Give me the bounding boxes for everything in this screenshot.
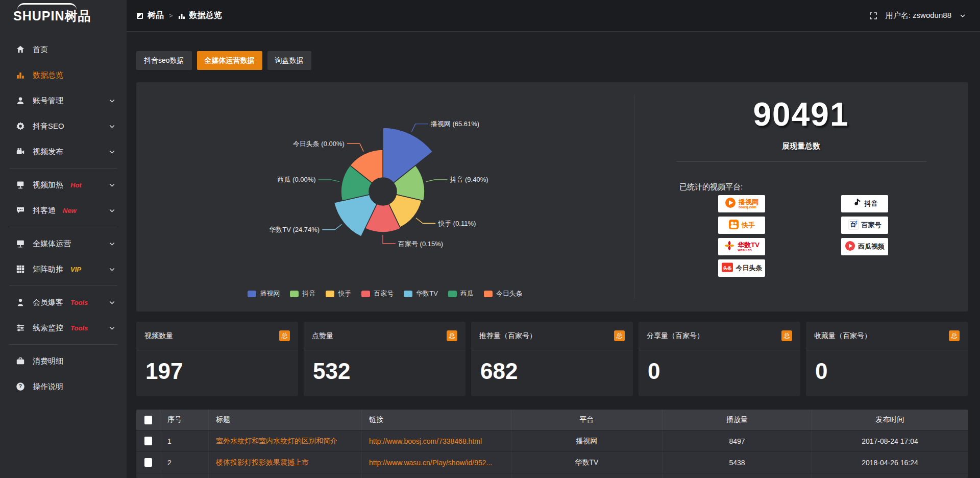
sidebar-item-sliders[interactable]: 线索监控Tools: [0, 315, 127, 341]
chevron-down-icon: [109, 123, 115, 130]
sidebar-item-chat[interactable]: 抖客通New: [0, 198, 127, 223]
cell-url-link[interactable]: [361, 473, 511, 478]
tab-2[interactable]: 询盘数据: [267, 51, 311, 70]
platform-badge-name: 华数TV: [738, 242, 760, 249]
menu-divider: [9, 168, 117, 169]
wallet-icon: [15, 356, 26, 366]
select-all-checkbox[interactable]: [144, 416, 152, 424]
pie-slice-label: 播视网 (65.61%): [431, 120, 479, 128]
breadcrumb-root[interactable]: 树品: [148, 10, 164, 21]
cell-platform: [511, 473, 662, 478]
cell-title-link[interactable]: 室外水纹灯和室内水纹灯的区别和简介: [208, 431, 361, 451]
cell-no: [160, 473, 208, 478]
sidebar-item-label: 首页: [33, 45, 48, 55]
sidebar-item-help[interactable]: ? 操作说明: [0, 374, 127, 399]
tab-1[interactable]: 全媒体运营数据: [197, 51, 262, 70]
legend-item-4[interactable]: 华数TV: [404, 289, 438, 298]
sidebar-item-label: 线索监控: [33, 323, 63, 333]
platform-badge-kuaishou: 快手: [718, 217, 765, 234]
menu-tag-vip: VIP: [70, 266, 81, 273]
platform-badge-wasu: 华数TVwasu.cn: [718, 238, 765, 255]
rose-chart-area: 播视网 (65.61%)抖音 (9.40%)快手 (0.11%)百家号 (0.1…: [136, 82, 634, 312]
cell-plays: 8497: [662, 431, 812, 451]
legend-item-0[interactable]: 播视网: [248, 289, 280, 298]
xigua-logo-icon: [845, 241, 855, 253]
media-icon: [15, 238, 26, 249]
cell-title-link[interactable]: [208, 473, 361, 478]
legend-item-6[interactable]: 今日头条: [484, 289, 523, 298]
legend-item-1[interactable]: 抖音: [290, 289, 315, 298]
total-impressions-value: 90491: [634, 95, 968, 133]
sidebar-item-label: 抖客通: [33, 206, 56, 216]
sidebar-item-wallet[interactable]: 消费明细: [0, 348, 127, 374]
table-row-2: [136, 473, 968, 478]
col-header: 发布时间: [812, 410, 968, 430]
legend-label: 快手: [338, 289, 351, 298]
stat-card-label: 视频数量: [144, 331, 173, 341]
cell-time: 2017-08-24 17:04: [812, 431, 968, 451]
legend-label: 华数TV: [416, 289, 438, 298]
total-badge[interactable]: 总: [781, 330, 792, 341]
menu-tag-tools: Tools: [70, 324, 88, 332]
row-checkbox[interactable]: [144, 437, 152, 445]
stat-card-value: 0: [639, 350, 800, 384]
stat-card-header: 视频数量 总: [136, 322, 298, 350]
user-chevron-icon[interactable]: [960, 13, 966, 19]
app-logo[interactable]: SHUPIN树品: [0, 0, 127, 32]
sidebar-item-gear[interactable]: 抖音SEO: [0, 113, 127, 139]
col-header: 标题: [208, 410, 361, 430]
total-badge[interactable]: 总: [949, 330, 960, 341]
stat-card-header: 点赞量 总: [304, 322, 465, 350]
username-label[interactable]: 用户名: zswodun88: [886, 11, 951, 20]
menu-tag-tools: Tools: [70, 299, 88, 306]
label-leader-line: [426, 180, 448, 182]
pie-slice-label: 华数TV (24.74%): [269, 226, 320, 233]
topbar-right: 用户名: zswodun88: [869, 11, 966, 20]
total-impressions-caption: 展现量总数: [634, 141, 968, 151]
pie-slice-label: 抖音 (9.40%): [449, 176, 488, 183]
sidebar-item-user[interactable]: 账号管理: [0, 88, 127, 113]
label-leader-line: [383, 235, 396, 244]
stat-card-header: 推荐量（百家号） 总: [471, 322, 633, 350]
sidebar-item-media[interactable]: 全媒体运营: [0, 231, 127, 256]
sidebar-item-home[interactable]: 首页: [0, 37, 127, 62]
legend-item-5[interactable]: 西瓜: [448, 289, 474, 298]
cell-no: 2: [160, 452, 208, 473]
platform-badge-toutiao: 头条 今日头条: [718, 259, 765, 277]
legend-label: 今日头条: [496, 289, 523, 298]
cell-title-link[interactable]: 楼体投影灯投影效果震撼上市: [208, 452, 361, 473]
table-row-1: 2 楼体投影灯投影效果震撼上市 http://www.wasu.cn/Play/…: [136, 451, 968, 473]
boosj-logo-icon: [725, 197, 736, 210]
sidebar-item-heat[interactable]: 视频加热Hot: [0, 172, 127, 198]
legend-item-2[interactable]: 快手: [326, 289, 351, 298]
total-badge[interactable]: 总: [447, 330, 457, 341]
legend-swatch: [448, 291, 457, 297]
sidebar-item-video[interactable]: 视频发布: [0, 139, 127, 164]
total-badge[interactable]: 总: [614, 330, 625, 341]
cell-url-link[interactable]: http://www.boosj.com/7338468.html: [361, 431, 511, 451]
col-header: 播放量: [662, 410, 812, 430]
platform-badge-douyin: 抖音: [841, 195, 888, 212]
platform-badge-name: 抖音: [865, 200, 878, 207]
chart-legend: 播视网 抖音 快手 百家号 华数TV 西瓜 今日头条: [136, 289, 634, 298]
stat-card-value: 0: [806, 350, 968, 384]
summary-panel: 90491 展现量总数 已统计的视频平台: 播视网boosj.com 抖音 快手…: [634, 82, 968, 312]
tab-0[interactable]: 抖音seo数据: [136, 51, 192, 70]
row-checkbox[interactable]: [144, 458, 152, 467]
breadcrumb-current: 数据总览: [189, 10, 222, 21]
chart-icon: [15, 70, 26, 80]
cell-plays: [662, 473, 812, 478]
cell-url-link[interactable]: http://www.wasu.cn/Play/show/id/952...: [361, 452, 511, 473]
kuaishou-logo-icon: [728, 219, 739, 232]
sidebar-item-chart[interactable]: 数据总览: [0, 62, 127, 88]
legend-item-3[interactable]: 百家号: [361, 289, 394, 298]
sidebar-item-label: 会员爆客: [33, 298, 63, 307]
fullscreen-icon[interactable]: [869, 12, 877, 20]
platform-badge-name: 西瓜视频: [858, 243, 885, 250]
data-tabs: 抖音seo数据全媒体运营数据询盘数据: [136, 51, 311, 70]
total-badge[interactable]: 总: [279, 330, 290, 341]
baijiahao-logo-icon: 百: [848, 219, 859, 232]
sidebar-item-member[interactable]: 会员爆客Tools: [0, 290, 127, 315]
col-header: 链接: [361, 410, 511, 430]
sidebar-item-grid[interactable]: 矩阵助推VIP: [0, 256, 127, 282]
